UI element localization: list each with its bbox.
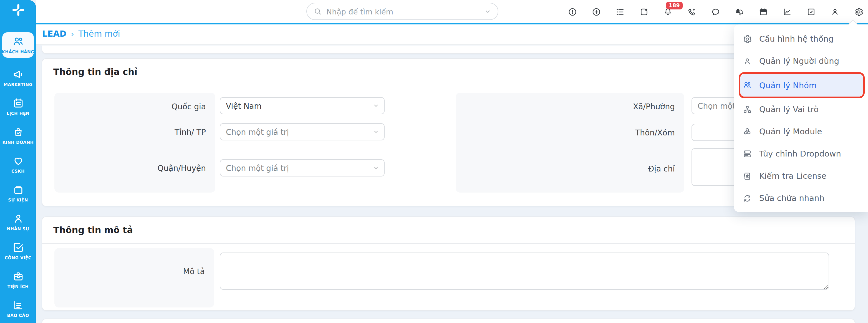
district-placeholder: Chọn một giá trị [226,163,289,172]
report-icon [12,299,24,311]
chevron-down-icon[interactable] [485,8,491,15]
district-select[interactable]: Chọn một giá trị [220,159,384,176]
search-placeholder: Nhập để tìm kiếm [326,7,480,16]
calendar-icon[interactable] [759,7,768,17]
chat-icon[interactable] [711,7,720,17]
sidebar-item-bao-cao[interactable]: BÁO CÁO [1,294,35,323]
menu-item-quan-ly-nguoi-dung[interactable]: Quản lý Người dùng [734,50,868,72]
description-label: Mô tả [183,267,205,276]
sidebar-item-label: KHÁCH HÀNG [2,50,34,54]
menu-item-label: Cấu hình hệ thống [759,34,834,43]
menu-item-cau-hinh-he-thong[interactable]: Cấu hình hệ thống [734,28,868,50]
rows-icon [743,149,752,158]
refresh-icon [743,193,752,203]
address-section-card: Thông tin địa chỉ Quốc gia Việt Nam Tỉnh… [42,58,855,206]
section-title: Thông tin địa chỉ [53,67,137,77]
menu-item-quan-ly-vai-tro[interactable]: Quản lý Vai trò [734,98,868,121]
menu-item-quan-ly-nhom[interactable]: Quản lý Nhóm [740,74,863,97]
country-select[interactable]: Việt Nam [220,97,384,114]
sitemap-icon [743,105,752,114]
menu-item-label: Quản lý Module [759,127,822,136]
megaphone-icon [12,68,24,80]
menu-item-label: Tùy chỉnh Dropdown [759,149,841,158]
phone-add-icon[interactable] [687,7,696,17]
bell-icon[interactable]: 189 [663,7,673,17]
breadcrumb-root[interactable]: LEAD [42,29,67,39]
search-icon [314,7,322,15]
sidebar-item-cong-viec[interactable]: CÔNG VIỆC [1,236,35,265]
crm-app: KHÁCH HÀNG MARKETING LỊCH HẸN KINH DOANH… [0,0,868,323]
province-placeholder: Chọn một giá trị [226,127,289,136]
menu-item-sua-chua-nhanh[interactable]: Sửa chữa nhanh [734,187,868,209]
sidebar-item-label: LỊCH HẸN [7,111,30,116]
country-value: Việt Nam [226,101,262,110]
section-title: Thông tin mô tả [53,225,133,235]
logo-plus-icon [11,3,25,17]
sidebar-item-khach-hang[interactable]: KHÁCH HÀNG [2,32,34,58]
topbar: Nhập để tìm kiếm 189 [36,0,868,25]
sidebar-item-label: KINH DOANH [2,140,34,145]
previous-section-card-edge [42,45,855,54]
chevron-down-icon [373,129,379,135]
license-icon [743,171,752,181]
app-logo[interactable] [0,0,36,20]
description-label-panel [54,248,214,308]
menu-item-label: Sửa chữa nhanh [759,194,825,202]
hamlet-label: Thôn/Xóm [635,128,675,137]
breadcrumb-separator-icon: › [71,30,74,38]
notification-square-icon[interactable] [639,7,649,17]
user-icon [743,56,752,66]
sidebar-item-label: CSKH [11,169,25,174]
sidebar-item-label: NHÂN SỰ [7,226,29,231]
settings-gear-icon[interactable] [854,7,864,17]
sidebar-item-kinh-doanh[interactable]: KINH DOANH [1,121,35,150]
sidebar-item-nhan-su[interactable]: NHÂN SỰ [1,207,35,236]
sidebar-item-su-kien[interactable]: SỰ KIỆN [1,179,35,207]
sidebar-item-cskh[interactable]: CSKH [1,150,35,179]
district-label: Quận/Huyện [158,164,206,172]
menu-item-label: Quản lý Người dùng [759,57,839,65]
sidebar-item-marketing[interactable]: MARKETING [1,63,35,92]
menu-item-quan-ly-module[interactable]: Quản lý Module [734,121,868,142]
sidebar-item-lich-hen[interactable]: LỊCH HẸN [1,92,35,121]
task-check-icon[interactable] [806,7,816,17]
menu-item-label: Quản lý Vai trò [759,105,818,114]
alert-badge-icon[interactable] [568,7,577,17]
sidebar-item-label: SỰ KIỆN [8,198,28,202]
menu-item-label: Quản lý Nhóm [759,81,817,90]
calendar-icon [12,97,24,109]
province-label: Tỉnh/ TP [175,128,206,136]
ward-label: Xã/Phường [633,102,675,111]
description-section-card: Thông tin mô tả Mô tả [42,217,855,311]
person-icon [12,213,24,225]
line-chart-icon[interactable] [782,7,792,17]
gear-icon [743,34,752,43]
section-divider [42,83,855,83]
users-icon [743,80,752,90]
bells-icon[interactable] [735,7,744,17]
list-icon[interactable] [616,7,625,17]
sidebar-nav: KHÁCH HÀNG MARKETING LỊCH HẸN KINH DOANH… [0,20,36,323]
box-icon [12,184,24,196]
user-icon[interactable] [830,7,840,17]
sidebar-item-label: MARKETING [4,82,32,87]
sidebar-item-label: BÁO CÁO [7,313,29,318]
sidebar-item-tien-ich[interactable]: TIỆN ÍCH [1,265,35,294]
menu-item-label: Kiểm tra License [759,171,826,181]
settings-menu: Cấu hình hệ thống Quản lý Người dùng Quả… [734,25,868,212]
bag-check-icon [12,126,24,138]
description-textarea[interactable] [220,253,829,290]
add-circle-icon[interactable] [592,7,601,17]
menu-item-tuy-chinh-dropdown[interactable]: Tùy chỉnh Dropdown [734,142,868,165]
country-label: Quốc gia [172,102,206,111]
menu-item-kiem-tra-license[interactable]: Kiểm tra License [734,165,868,187]
section-divider [42,243,855,244]
breadcrumb-current: Thêm mới [78,29,120,39]
topbar-icons: 189 [568,0,864,23]
cubes-icon [743,127,752,136]
global-search[interactable]: Nhập để tìm kiếm [306,3,498,20]
next-section-card-edge [42,319,855,323]
sidebar: KHÁCH HÀNG MARKETING LỊCH HẸN KINH DOANH… [0,0,36,323]
sidebar-item-label: TIỆN ÍCH [7,284,29,289]
province-select[interactable]: Chọn một giá trị [220,123,384,140]
